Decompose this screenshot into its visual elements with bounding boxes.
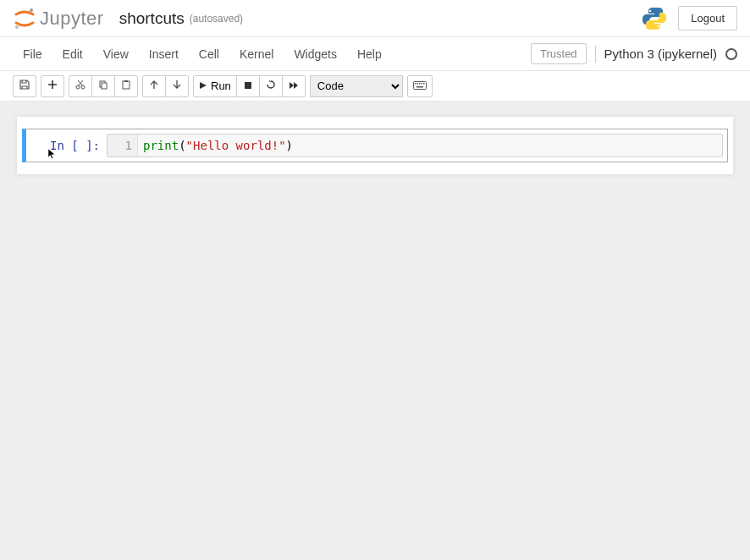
svg-rect-11: [413, 82, 426, 90]
svg-rect-17: [416, 86, 423, 88]
svg-rect-9: [124, 80, 128, 82]
menu-cell[interactable]: Cell: [189, 41, 229, 68]
copy-icon: [98, 80, 108, 92]
run-label: Run: [211, 80, 231, 92]
line-number-gutter: 1: [108, 135, 138, 156]
menu-help[interactable]: Help: [347, 41, 392, 68]
trusted-indicator[interactable]: Trusted: [531, 43, 587, 64]
toolbar: Run Code: [0, 71, 750, 102]
input-prompt: In [ ]:: [30, 134, 107, 157]
menu-file[interactable]: File: [13, 41, 52, 68]
code-token-paren: ): [286, 139, 293, 152]
cut-icon: [75, 80, 85, 92]
svg-point-3: [658, 25, 659, 26]
run-group: Run: [193, 75, 306, 97]
add-cell-button[interactable]: [41, 75, 64, 97]
copy-button[interactable]: [91, 75, 115, 97]
jupyter-logo[interactable]: Jupyter: [13, 7, 104, 30]
restart-button[interactable]: [259, 75, 283, 97]
svg-rect-8: [123, 81, 130, 89]
menubar: File Edit View Insert Cell Kernel Widget…: [0, 37, 750, 71]
save-icon: [19, 79, 30, 93]
restart-icon: [266, 80, 276, 92]
code-token-paren: (: [179, 139, 185, 152]
cut-copy-paste-group: [69, 75, 138, 97]
svg-rect-7: [102, 83, 107, 89]
python-icon: [641, 5, 668, 32]
menu-widgets[interactable]: Widgets: [284, 41, 347, 68]
header-right: Logout: [641, 5, 737, 32]
autosaved-label: (autosaved): [190, 13, 243, 25]
svg-rect-16: [423, 83, 425, 85]
menu-insert[interactable]: Insert: [139, 41, 189, 68]
paste-button[interactable]: [114, 75, 138, 97]
paste-icon: [121, 80, 131, 92]
plus-icon: [47, 80, 58, 92]
kernel-name[interactable]: Python 3 (ipykernel): [604, 47, 717, 61]
jupyter-icon: [13, 7, 36, 30]
svg-point-2: [649, 9, 651, 11]
svg-rect-14: [419, 83, 421, 85]
svg-point-0: [30, 8, 33, 12]
fast-forward-icon: [289, 80, 299, 92]
kernel-idle-icon[interactable]: [725, 48, 737, 60]
interrupt-button[interactable]: [236, 75, 260, 97]
svg-point-1: [15, 25, 19, 29]
notebook-name[interactable]: shortcuts: [119, 9, 185, 28]
restart-run-all-button[interactable]: [282, 75, 306, 97]
menu-edit[interactable]: Edit: [52, 41, 93, 68]
stop-icon: [244, 80, 252, 92]
cut-button[interactable]: [69, 75, 92, 97]
menubar-right: Trusted Python 3 (ipykernel): [531, 43, 737, 64]
svg-rect-15: [421, 83, 422, 85]
play-icon: [199, 80, 207, 92]
code-editor[interactable]: print("Hello world!"): [138, 135, 722, 156]
svg-rect-12: [415, 83, 416, 85]
jupyter-logo-text: Jupyter: [40, 8, 104, 30]
move-down-button[interactable]: [165, 75, 189, 97]
separator: [595, 46, 596, 63]
keyboard-icon: [413, 80, 427, 92]
notebook-background: In [ ]: 1 print("Hello world!"): [0, 102, 750, 560]
arrow-down-icon: [173, 80, 181, 92]
header: Jupyter shortcuts (autosaved) Logout: [0, 0, 750, 37]
move-up-button[interactable]: [142, 75, 166, 97]
svg-rect-10: [245, 82, 251, 89]
arrow-up-icon: [150, 80, 158, 92]
cell-type-select[interactable]: Code: [310, 75, 403, 97]
move-group: [142, 75, 189, 97]
run-button[interactable]: Run: [193, 75, 237, 97]
input-area[interactable]: 1 print("Hello world!"): [107, 134, 723, 157]
logout-button[interactable]: Logout: [678, 6, 737, 30]
notebook-container: In [ ]: 1 print("Hello world!"): [17, 117, 733, 174]
code-cell[interactable]: In [ ]: 1 print("Hello world!"): [22, 129, 728, 162]
svg-rect-13: [416, 83, 418, 85]
code-token-string: "Hello world!": [186, 139, 286, 152]
menu-kernel[interactable]: Kernel: [229, 41, 284, 68]
menu-view[interactable]: View: [93, 41, 139, 68]
command-palette-button[interactable]: [407, 75, 433, 97]
code-token-builtin: print: [143, 139, 179, 152]
save-button[interactable]: [13, 75, 36, 97]
